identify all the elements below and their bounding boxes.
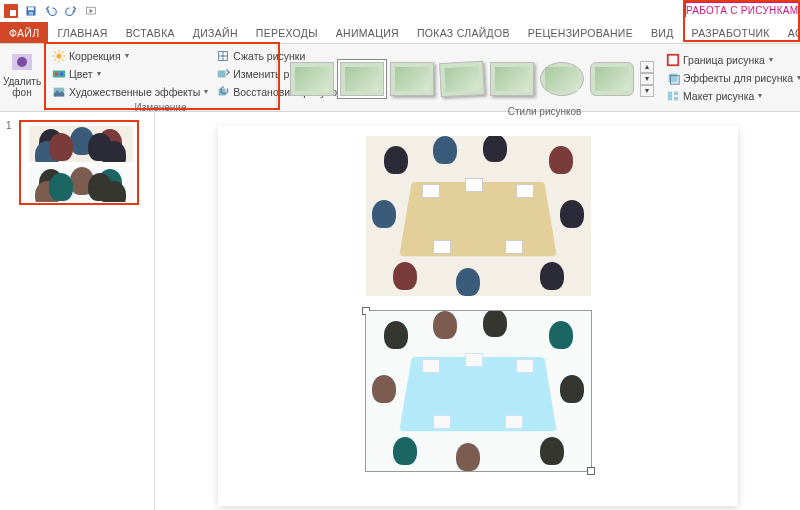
picture-style-item[interactable] xyxy=(290,62,334,96)
quick-access-toolbar xyxy=(0,0,800,22)
color-icon xyxy=(52,67,66,81)
tab-transitions[interactable]: ПЕРЕХОДЫ xyxy=(247,22,327,43)
svg-rect-25 xyxy=(668,91,672,100)
picture-style-item[interactable] xyxy=(590,62,634,96)
tab-design[interactable]: ДИЗАЙН xyxy=(184,22,247,43)
remove-background-button[interactable]: Удалить фон xyxy=(2,46,42,109)
styles-group-title: Стили рисунков xyxy=(277,104,800,120)
svg-line-14 xyxy=(62,51,63,52)
tab-review[interactable]: РЕЦЕНЗИРОВАНИЕ xyxy=(519,22,642,43)
slide-canvas[interactable] xyxy=(155,112,800,510)
powerpoint-app-icon xyxy=(4,4,18,18)
svg-rect-1 xyxy=(28,7,34,10)
svg-point-6 xyxy=(56,53,61,58)
chevron-down-icon: ▾ xyxy=(204,87,208,96)
artistic-icon xyxy=(52,85,66,99)
slide xyxy=(218,126,738,506)
picture-styles-gallery[interactable]: ▴ ▾ ▾ xyxy=(282,47,662,104)
tab-file[interactable]: ФАЙЛ xyxy=(0,22,48,43)
svg-rect-21 xyxy=(219,88,226,95)
svg-rect-26 xyxy=(674,91,678,95)
brightness-icon xyxy=(52,49,66,63)
svg-point-16 xyxy=(55,72,59,76)
picture-tools-context-label: РАБОТА С РИСУНКАМИ xyxy=(685,2,800,17)
adjust-group-title: Изменение xyxy=(45,100,276,116)
svg-point-17 xyxy=(60,72,64,76)
picture-recolored-selected[interactable] xyxy=(366,311,591,471)
tab-home[interactable]: ГЛАВНАЯ xyxy=(48,22,116,43)
ribbon: Удалить фон Коррекция▾ Цвет▾ Художествен… xyxy=(0,44,800,112)
svg-point-5 xyxy=(17,57,27,67)
compress-icon xyxy=(216,49,230,63)
corrections-button[interactable]: Коррекция▾ xyxy=(50,47,210,64)
effects-icon xyxy=(666,71,680,85)
svg-rect-22 xyxy=(668,54,679,65)
chevron-down-icon: ▾ xyxy=(97,69,101,78)
chevron-down-icon: ▾ xyxy=(125,51,129,60)
svg-line-13 xyxy=(55,59,56,60)
tab-animation[interactable]: АНИМАЦИЯ xyxy=(327,22,408,43)
picture-style-item[interactable] xyxy=(390,62,434,96)
picture-original[interactable] xyxy=(366,136,591,296)
reset-icon xyxy=(216,85,230,99)
ribbon-tabs: ФАЙЛ ГЛАВНАЯ ВСТАВКА ДИЗАЙН ПЕРЕХОДЫ АНИ… xyxy=(0,22,800,44)
tab-slideshow[interactable]: ПОКАЗ СЛАЙДОВ xyxy=(408,22,519,43)
picture-border-button[interactable]: Граница рисунка▾ xyxy=(666,51,800,68)
picture-style-item[interactable] xyxy=(490,62,534,96)
tab-view[interactable]: ВИД xyxy=(642,22,683,43)
svg-rect-27 xyxy=(674,96,678,100)
slide-thumbnail-pane[interactable]: 1 xyxy=(0,112,155,510)
slide-number: 1 xyxy=(6,120,12,131)
gallery-expand[interactable]: ▾ xyxy=(640,85,654,97)
change-picture-icon xyxy=(216,67,230,81)
remove-background-label: Удалить фон xyxy=(3,76,41,98)
picture-style-item[interactable] xyxy=(340,62,384,96)
save-button[interactable] xyxy=(24,4,38,18)
tab-insert[interactable]: ВСТАВКА xyxy=(117,22,184,43)
gallery-scroll-up[interactable]: ▴ xyxy=(640,61,654,73)
picture-effects-button[interactable]: Эффекты для рисунка▾ xyxy=(666,69,800,86)
picture-style-item[interactable] xyxy=(439,60,485,96)
svg-line-12 xyxy=(62,59,63,60)
border-icon xyxy=(666,53,680,67)
start-slideshow-button[interactable] xyxy=(84,4,98,18)
tab-acrobat[interactable]: ACROBAT xyxy=(779,22,800,43)
picture-layout-button[interactable]: Макет рисунка▾ xyxy=(666,87,800,104)
undo-button[interactable] xyxy=(44,4,58,18)
layout-icon xyxy=(666,89,680,103)
svg-rect-2 xyxy=(29,12,34,15)
workspace: 1 xyxy=(0,112,800,510)
redo-button[interactable] xyxy=(64,4,78,18)
artistic-effects-button[interactable]: Художественные эффекты▾ xyxy=(50,83,210,100)
color-button[interactable]: Цвет▾ xyxy=(50,65,210,82)
svg-line-11 xyxy=(55,51,56,52)
slide-thumbnail[interactable] xyxy=(19,120,139,205)
gallery-scroll-down[interactable]: ▾ xyxy=(640,73,654,85)
tab-developer[interactable]: РАЗРАБОТЧИК xyxy=(683,22,779,43)
picture-style-item[interactable] xyxy=(540,62,584,96)
svg-rect-20 xyxy=(218,70,226,77)
